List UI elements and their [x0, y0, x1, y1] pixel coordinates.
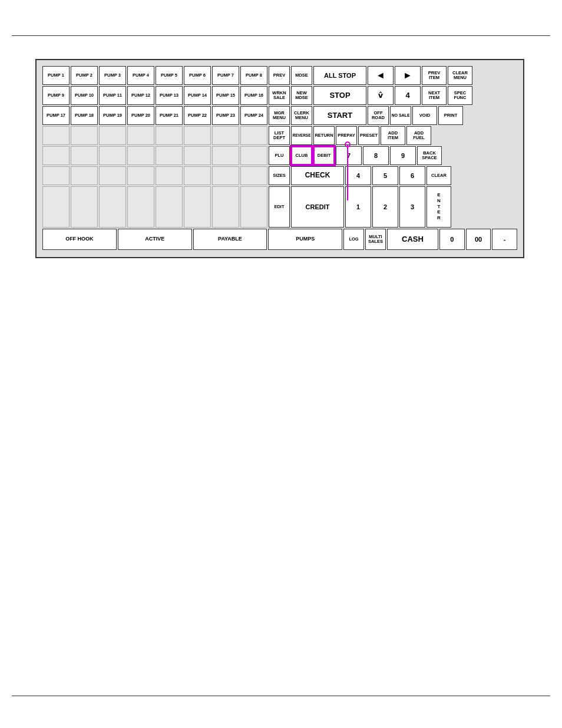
key-8[interactable]: 8	[363, 146, 389, 165]
key-edit[interactable]: EDIT	[269, 186, 290, 228]
key-pump21[interactable]: PUMP 21	[156, 106, 183, 125]
blank-4e	[156, 126, 183, 145]
key-left-arrow[interactable]: ◄	[368, 66, 394, 85]
blank-6d	[127, 166, 154, 185]
key-right-arrow[interactable]: ►	[395, 66, 421, 85]
key-spec-func[interactable]: SPECFUNC	[448, 86, 472, 105]
blank-6h	[240, 166, 267, 185]
key-clear[interactable]: CLEAR	[427, 166, 451, 185]
key-pump22[interactable]: PUMP 22	[184, 106, 211, 125]
key-5[interactable]: 5	[372, 166, 398, 185]
blank-4c	[99, 126, 126, 145]
key-mgr-menu[interactable]: MGRMENU	[269, 106, 290, 125]
key-pump2[interactable]: PUMP 2	[71, 66, 98, 85]
key-check[interactable]: CHECK	[291, 166, 344, 185]
key-0[interactable]: 0	[439, 229, 465, 250]
key-multi-sales[interactable]: MULTISALES	[365, 229, 386, 250]
key-credit[interactable]: CREDIT	[291, 186, 344, 228]
key-pump17[interactable]: PUMP 17	[42, 106, 70, 125]
key-debit[interactable]: DEBIT	[313, 146, 335, 165]
blank-7c	[99, 186, 126, 228]
blank-5h	[240, 146, 267, 165]
key-2[interactable]: 2	[372, 186, 398, 228]
key-add-fuel[interactable]: ADDFUEL	[406, 126, 431, 145]
key-next-item[interactable]: NEXTITEM	[422, 86, 447, 105]
blank-7d	[127, 186, 154, 228]
key-pump1[interactable]: PUMP 1	[42, 66, 70, 85]
key-clear-menu[interactable]: CLEARMENU	[448, 66, 472, 85]
key-off-road[interactable]: OFFROAD	[368, 106, 389, 125]
key-print[interactable]: PRINT	[438, 106, 463, 125]
key-start[interactable]: START	[313, 106, 366, 125]
blank-6c	[99, 166, 126, 185]
key-pump9[interactable]: PUMP 9	[42, 86, 70, 105]
key-plu[interactable]: PLU	[269, 146, 290, 165]
bottom-divider	[12, 696, 550, 696]
key-pump19[interactable]: PUMP 19	[99, 106, 126, 125]
key-off-hook[interactable]: OFF HOOK	[42, 229, 117, 250]
blank-6f	[184, 166, 211, 185]
key-pump10[interactable]: PUMP 10	[71, 86, 98, 105]
key-pump14[interactable]: PUMP 14	[184, 86, 211, 105]
key-1[interactable]: 1	[345, 186, 371, 228]
keyboard-row-7: EDIT CREDIT 1 2 3 ENTER	[42, 186, 517, 228]
key-prev[interactable]: PREV	[269, 66, 290, 85]
key-pumps[interactable]: PUMPS	[268, 229, 342, 250]
blank-6b	[71, 166, 98, 185]
key-pump8[interactable]: PUMP 8	[240, 66, 267, 85]
key-active[interactable]: ACTIVE	[118, 229, 192, 250]
key-backspace[interactable]: BACKSPACE	[417, 146, 442, 165]
key-mdse[interactable]: MDSE	[291, 66, 312, 85]
blank-7h	[240, 186, 267, 228]
key-pump4[interactable]: PUMP 4	[127, 66, 154, 85]
key-pump3[interactable]: PUMP 3	[99, 66, 126, 85]
key-wrkn-sale[interactable]: WRKNSALE	[269, 86, 290, 105]
key-9[interactable]: 9	[390, 146, 416, 165]
blank-6g	[212, 166, 239, 185]
key-list-dept[interactable]: LISTDEPT	[269, 126, 290, 145]
blank-4h	[240, 126, 267, 145]
key-reverse[interactable]: REVERSE	[291, 126, 312, 145]
key-new-mdse[interactable]: NEWMDSE	[291, 86, 312, 105]
key-sizes[interactable]: SIZES	[269, 166, 290, 185]
blank-5f	[184, 146, 211, 165]
key-dash[interactable]: -	[492, 229, 517, 250]
key-prepay[interactable]: PREPAY	[336, 126, 357, 145]
key-pump7[interactable]: PUMP 7	[212, 66, 239, 85]
key-pump18[interactable]: PUMP 18	[71, 106, 98, 125]
key-pump12[interactable]: PUMP 12	[127, 86, 154, 105]
key-00[interactable]: 00	[466, 229, 491, 250]
key-club[interactable]: CLUB	[291, 146, 312, 165]
key-add-item[interactable]: ADDITEM	[381, 126, 405, 145]
key-6[interactable]: 6	[399, 166, 425, 185]
blank-5a	[42, 146, 70, 165]
key-payable[interactable]: PAYABLE	[193, 229, 267, 250]
key-7[interactable]: 7	[336, 146, 362, 165]
key-4-icon[interactable]: 4	[395, 86, 421, 105]
key-pump15[interactable]: PUMP 15	[212, 86, 239, 105]
key-4[interactable]: 4	[345, 166, 371, 185]
key-pump24[interactable]: PUMP 24	[240, 106, 267, 125]
key-no-sale[interactable]: NO SALE	[390, 106, 411, 125]
key-pump11[interactable]: PUMP 11	[99, 86, 126, 105]
key-allstop[interactable]: ALL STOP	[313, 66, 366, 85]
key-3[interactable]: 3	[399, 186, 425, 228]
key-log[interactable]: LOG	[343, 229, 364, 250]
key-pump20[interactable]: PUMP 20	[127, 106, 154, 125]
blank-6a	[42, 166, 70, 185]
key-prev-item[interactable]: PREVITEM	[422, 66, 447, 85]
key-pump5[interactable]: PUMP 5	[156, 66, 183, 85]
key-pump23[interactable]: PUMP 23	[212, 106, 239, 125]
key-clerk-menu[interactable]: CLERKMENU	[291, 106, 312, 125]
blank-4d	[127, 126, 154, 145]
key-preset[interactable]: PRESET	[358, 126, 379, 145]
key-stop[interactable]: STOP	[313, 86, 366, 105]
key-pump6[interactable]: PUMP 6	[184, 66, 211, 85]
key-cash[interactable]: CASH	[387, 229, 438, 250]
key-return[interactable]: RETURN	[313, 126, 335, 145]
key-enter[interactable]: ENTER	[427, 186, 451, 228]
key-v-icon[interactable]: v̂	[368, 86, 394, 105]
key-pump16[interactable]: PUMP 16	[240, 86, 267, 105]
key-pump13[interactable]: PUMP 13	[156, 86, 183, 105]
key-void[interactable]: VOID	[412, 106, 437, 125]
